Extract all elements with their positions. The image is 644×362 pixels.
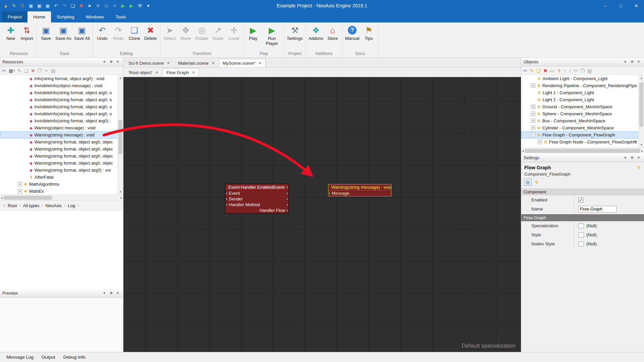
panel-pin-icon[interactable]: ✜ bbox=[629, 155, 635, 161]
customize-caret-icon[interactable]: ▾ bbox=[145, 3, 151, 8]
import-button[interactable]: ⇅Import bbox=[19, 23, 35, 41]
resource-tree-item[interactable]: ◆Warning(string format, object arg0, obj… bbox=[0, 145, 123, 153]
menu-tab-windows[interactable]: Windows bbox=[80, 11, 110, 22]
resource-tree-item[interactable]: ↯AfterFatal bbox=[0, 174, 123, 181]
scrollbar-thumb[interactable] bbox=[118, 120, 122, 155]
pin-output-icon[interactable] bbox=[286, 186, 288, 188]
statusbar-tab-message-log[interactable]: Message Log bbox=[3, 353, 37, 361]
scrollbar-thumb[interactable] bbox=[4, 196, 52, 200]
expander-icon[interactable]: + bbox=[531, 112, 535, 116]
resource-tree-item[interactable]: ◆Warning(string format, object arg0, obj… bbox=[0, 138, 123, 145]
close-button[interactable]: ✕ bbox=[629, 0, 644, 11]
object-tree-item[interactable]: +⚙Sphere - Component_MeshInSpace bbox=[521, 110, 644, 117]
object-tree-item[interactable]: +⚙Cylinder - Component_MeshInSpace bbox=[521, 124, 644, 131]
pin-output-icon[interactable] bbox=[286, 204, 288, 205]
addons-button[interactable]: ❖Addons bbox=[307, 23, 325, 41]
resource-tree-item[interactable]: +❖MathAlgorithms bbox=[0, 181, 123, 188]
resource-tree-item[interactable]: ◆Warning(string format, object arg0, obj… bbox=[0, 153, 123, 160]
clone-button[interactable]: ❏Clone bbox=[126, 23, 143, 41]
save-all-button[interactable]: ▣Save All bbox=[73, 23, 91, 41]
tab-flow-graph[interactable]: Flow Graph✕ bbox=[162, 68, 199, 77]
close-tab-icon[interactable]: ✕ bbox=[155, 70, 158, 75]
scroll-right-icon[interactable]: ▸ bbox=[641, 149, 643, 153]
breadcrumb-item[interactable]: All types bbox=[23, 203, 39, 208]
objects-edit-icon[interactable]: ✎ bbox=[530, 68, 534, 73]
statusbar-tab-debug-info[interactable]: Debug Info bbox=[60, 353, 89, 361]
close-tab-icon[interactable]: ✕ bbox=[212, 61, 215, 65]
import-icon[interactable]: ⇅ bbox=[19, 3, 25, 8]
enabled-checkbox[interactable]: ✔ bbox=[578, 197, 583, 202]
save-all-icon[interactable]: ▣ bbox=[45, 3, 51, 8]
pin-output-icon[interactable] bbox=[389, 186, 391, 188]
tab--root-object-[interactable]: 'Root object'✕ bbox=[124, 68, 162, 77]
component-edit-icon[interactable]: ✎ bbox=[637, 165, 641, 170]
undo-button[interactable]: ↶Undo bbox=[94, 23, 110, 41]
tools-icon[interactable]: ⚒ bbox=[137, 3, 143, 8]
app-logo-icon[interactable]: ▲ bbox=[3, 3, 9, 8]
resource-tree-item[interactable]: +❖MathEx bbox=[0, 188, 123, 194]
pin-input-icon[interactable] bbox=[329, 192, 330, 194]
tips-button[interactable]: ⚑Tips bbox=[361, 23, 377, 41]
flow-node-warning[interactable]: Warning(string message) : voidMessage bbox=[328, 184, 391, 196]
null-value-button[interactable] bbox=[578, 224, 584, 228]
select-icon[interactable]: ➤ bbox=[87, 3, 93, 8]
tab-myscene-scene-[interactable]: MyScene.scene*✕ bbox=[219, 59, 266, 67]
close-tab-icon[interactable]: ✕ bbox=[192, 70, 195, 75]
maximize-button[interactable]: □ bbox=[613, 0, 629, 11]
scroll-down-icon[interactable]: ▾ bbox=[641, 142, 642, 147]
close-tab-icon[interactable]: ✕ bbox=[167, 61, 170, 65]
expander-icon[interactable]: + bbox=[531, 119, 535, 123]
objects-events-icon[interactable]: ↯ bbox=[557, 68, 561, 73]
settings-button[interactable]: ⚒Settings bbox=[286, 23, 304, 41]
manual-button[interactable]: ?Manual bbox=[344, 23, 361, 41]
resource-tree-item[interactable]: ◆InvisibleInfo(string format, object arg… bbox=[0, 110, 123, 117]
expander-icon[interactable]: + bbox=[18, 182, 22, 186]
panel-menu-icon[interactable]: ▾ bbox=[101, 290, 107, 296]
undo-icon[interactable]: ↶ bbox=[53, 3, 59, 8]
resource-tree-item[interactable]: ◆Info(string format, object arg0) : void bbox=[0, 75, 123, 82]
scrollbar-thumb[interactable] bbox=[639, 82, 643, 127]
breadcrumb-item[interactable]: Root bbox=[8, 203, 17, 208]
rotate-icon[interactable]: ◎ bbox=[103, 3, 109, 8]
resource-tree-item[interactable]: ◆Warning(string message) : void bbox=[0, 131, 123, 138]
resource-tree-item[interactable]: ◆InvisibleInfo(string format, object arg… bbox=[0, 103, 123, 110]
flowgraph-canvas[interactable]: Default specialization Event Handler Ena… bbox=[123, 77, 521, 352]
object-tree-item[interactable]: +⚙Box - Component_MeshInSpace bbox=[521, 117, 644, 124]
panel-close-icon[interactable]: ✕ bbox=[636, 155, 642, 161]
object-tree-item[interactable]: +⚙Flow Graph Node - Component_FlowGraphN… bbox=[521, 138, 644, 145]
objects-move-down-icon[interactable]: ↓ bbox=[569, 68, 571, 73]
pin-input-icon[interactable] bbox=[226, 198, 227, 200]
panel-menu-icon[interactable]: ▾ bbox=[622, 155, 628, 161]
panel-pin-icon[interactable]: ✜ bbox=[108, 59, 114, 65]
scroll-up-icon[interactable]: ▴ bbox=[120, 75, 121, 80]
objects-delete-icon[interactable]: ✖ bbox=[543, 68, 547, 73]
new-button[interactable]: ✚New bbox=[3, 23, 19, 41]
expander-icon[interactable]: + bbox=[531, 126, 535, 130]
object-tree-item[interactable]: ⚙Ambient Light - Component_Light bbox=[521, 75, 644, 82]
objects-new-icon[interactable]: ❏ bbox=[536, 68, 541, 73]
resource-tree-item[interactable]: ◆InvisibleInfo(string format, object arg… bbox=[0, 89, 123, 96]
expander-icon[interactable]: + bbox=[18, 189, 22, 193]
scroll-right-icon[interactable]: ▸ bbox=[120, 196, 122, 199]
save-as-button[interactable]: ▣Save As bbox=[54, 23, 73, 41]
panel-pin-icon[interactable]: ✜ bbox=[108, 290, 114, 296]
objects-vscrollbar[interactable]: ▴ ▾ bbox=[638, 75, 644, 147]
menu-tab-scripting[interactable]: Scripting bbox=[51, 11, 80, 22]
panel-menu-icon[interactable]: ▾ bbox=[101, 59, 107, 65]
minimize-button[interactable]: – bbox=[598, 0, 613, 11]
resource-tree-item[interactable]: ◆Warning(object message) : void bbox=[0, 124, 123, 131]
store-button[interactable]: ⌂Store bbox=[325, 23, 341, 41]
scroll-up-icon[interactable]: ▴ bbox=[641, 75, 642, 80]
object-tree-item[interactable]: ⚙Light 1 - Component_Light bbox=[521, 89, 644, 96]
save-as-icon[interactable]: ▣ bbox=[36, 3, 42, 8]
breadcrumb-item[interactable]: Log bbox=[68, 203, 75, 208]
expander-icon[interactable]: + bbox=[531, 105, 535, 109]
snap-icon[interactable]: ✛ bbox=[112, 3, 118, 8]
scroll-left-icon[interactable]: ◂ bbox=[522, 149, 524, 153]
resources-vscrollbar[interactable]: ▴ ▾ bbox=[117, 75, 123, 194]
objects-move-up-icon[interactable]: ↑ bbox=[564, 68, 566, 73]
scroll-down-icon[interactable]: ▾ bbox=[120, 189, 121, 194]
panel-close-icon[interactable]: ✕ bbox=[115, 59, 121, 65]
tab-sci-fi-demo-scene[interactable]: Sci-fi Demo.scene✕ bbox=[124, 59, 174, 67]
resources-hscrollbar[interactable]: ◂ ▸ bbox=[0, 194, 123, 200]
